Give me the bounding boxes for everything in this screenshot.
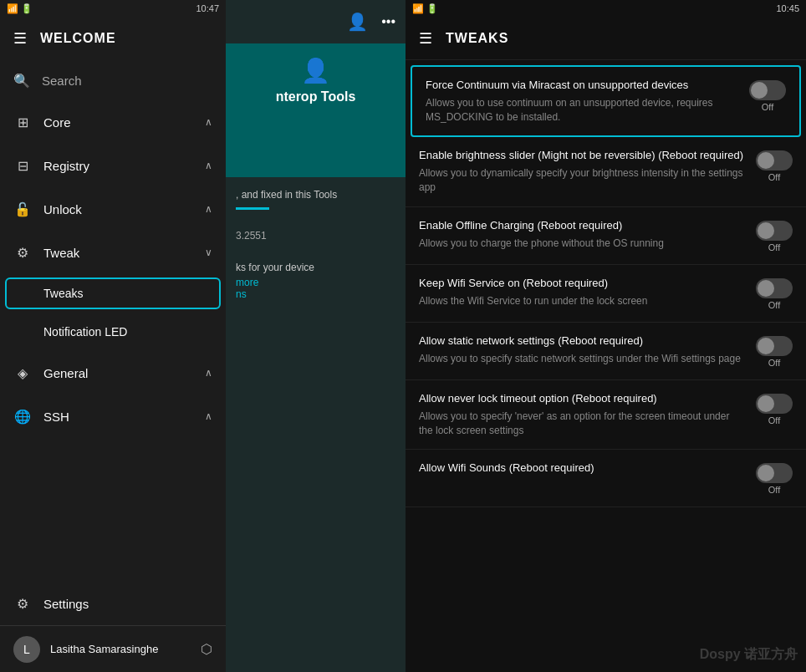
promo-text: ks for your device [236, 262, 395, 273]
banner-icon: 👤 [301, 57, 330, 84]
toggle-label-offline-charging: Off [768, 242, 780, 252]
middle-panel: 👤 ••• 👤 nterop Tools , and fixed in this… [226, 0, 406, 672]
tweak-desc-brightness: Allows you to dynamically specify your b… [419, 166, 746, 195]
toggle-offline-charging[interactable] [756, 221, 793, 241]
bottom-section: ⚙ Settings L Lasitha Samarasinghe ⬡ [0, 582, 226, 672]
middle-header: 👤 ••• [226, 0, 406, 43]
toggle-force-continuum[interactable] [749, 80, 786, 100]
right-header: ☰ TWEAKS [406, 17, 806, 60]
tweak-title-wifi-service: Keep Wifi Service on (Reboot required) [419, 277, 746, 291]
toggle-label-wifi-service: Off [768, 300, 780, 310]
version-text: 3.2551 [236, 230, 395, 242]
registry-chevron: ∧ [205, 160, 212, 171]
toggle-label-force-continuum: Off [762, 102, 773, 112]
tweak-info-offline-charging: Enable Offline Charging (Reboot required… [419, 219, 746, 251]
user-row[interactable]: L Lasitha Samarasinghe ⬡ [0, 625, 226, 672]
tweak-info-wifi-sounds: Allow Wifi Sounds (Reboot required) [419, 461, 746, 479]
toggle-container-wifi-sounds: Off [756, 463, 793, 495]
left-status-bar: 📶 🔋 10:47 [0, 0, 226, 17]
tweak-title-never-lock: Allow never lock timeout option (Reboot … [419, 392, 746, 406]
tweak-info-wifi-service: Keep Wifi Service on (Reboot required) A… [419, 277, 746, 308]
search-label: Search [42, 74, 82, 88]
toggle-container-force-continuum: Off [749, 80, 786, 112]
middle-more-icon[interactable]: ••• [381, 14, 395, 29]
toggle-container-brightness: Off [756, 150, 793, 182]
right-status-bar: 📶 🔋 10:45 [406, 0, 806, 17]
banner-title: nterop Tools [276, 89, 356, 104]
user-initials: L [23, 643, 30, 656]
sidebar-item-registry[interactable]: ⊟ Registry ∧ [0, 144, 226, 187]
tweak-item-wifi-service: Keep Wifi Service on (Reboot required) A… [406, 265, 806, 323]
toggle-never-lock[interactable] [756, 394, 793, 414]
sidebar-item-ssh[interactable]: 🌐 SSH ∧ [0, 395, 226, 438]
tweaks-highlight-border [5, 277, 221, 309]
right-status-icons: 📶 🔋 [412, 3, 438, 14]
middle-person-icon[interactable]: 👤 [347, 12, 368, 32]
hamburger-icon[interactable]: ☰ [13, 29, 27, 48]
tweak-desc-never-lock: Allows you to specify 'never' as an opti… [419, 410, 746, 438]
tweak-item-static-network: Allow static network settings (Reboot re… [406, 323, 806, 380]
left-status-icons: 📶 🔋 [7, 3, 33, 14]
highlight-bar [236, 207, 269, 210]
banner-area: 👤 nterop Tools [226, 43, 406, 177]
ssh-icon: 🌐 [13, 409, 32, 425]
sidebar-item-core[interactable]: ⊞ Core ∧ [0, 100, 226, 144]
toggle-container-never-lock: Off [756, 394, 793, 425]
registry-icon: ⊟ [13, 158, 32, 174]
core-icon: ⊞ [13, 115, 32, 130]
notification-led-label: Notification LED [43, 325, 127, 339]
settings-icon: ⚙ [13, 596, 32, 612]
tweak-icon: ⚙ [13, 245, 32, 261]
toggle-label-brightness: Off [768, 172, 780, 182]
toggle-label-wifi-sounds: Off [768, 485, 780, 495]
promo-link[interactable]: more ns [236, 277, 395, 300]
settings-label: Settings [43, 597, 212, 611]
user-avatar: L [13, 636, 40, 663]
toggle-container-static-network: Off [756, 336, 793, 368]
toggle-brightness[interactable] [756, 150, 793, 171]
tweak-info-never-lock: Allow never lock timeout option (Reboot … [419, 392, 746, 437]
general-chevron: ∧ [205, 367, 212, 379]
user-share-icon[interactable]: ⬡ [201, 641, 212, 657]
right-hamburger-icon[interactable]: ☰ [419, 29, 432, 48]
tweak-title-wifi-sounds: Allow Wifi Sounds (Reboot required) [419, 461, 746, 476]
unlock-chevron: ∧ [205, 203, 212, 215]
search-row[interactable]: 🔍 Search [0, 60, 226, 100]
sidebar-item-settings[interactable]: ⚙ Settings [0, 582, 226, 625]
sidebar-item-unlock[interactable]: 🔓 Unlock ∧ [0, 187, 226, 231]
ssh-label: SSH [43, 410, 205, 424]
core-chevron: ∧ [205, 116, 212, 128]
tweak-chevron: ∨ [205, 247, 212, 258]
core-label: Core [43, 115, 205, 130]
tweak-item-offline-charging: Enable Offline Charging (Reboot required… [406, 207, 806, 265]
tweak-info-brightness: Enable brightness slider (Might not be r… [419, 149, 746, 194]
toggle-wifi-sounds[interactable] [756, 463, 793, 483]
tweak-title-force-continuum: Force Continuum via Miracast on unsuppor… [426, 79, 739, 93]
sidebar-item-general[interactable]: ◈ General ∧ [0, 351, 226, 395]
right-panel: 📶 🔋 10:45 ☰ TWEAKS Force Continuum via M… [406, 0, 806, 672]
toggle-wifi-service[interactable] [756, 278, 793, 298]
toggle-label-never-lock: Off [768, 415, 780, 425]
tweak-title-static-network: Allow static network settings (Reboot re… [419, 334, 746, 349]
ssh-chevron: ∧ [205, 410, 212, 422]
app-title: WELCOME [40, 31, 116, 46]
general-icon: ◈ [13, 365, 32, 381]
tweak-desc-force-continuum: Allows you to use continuum on an unsupp… [426, 96, 739, 125]
toggle-container-wifi-service: Off [756, 278, 793, 310]
middle-promo: ks for your device more ns [226, 252, 406, 310]
left-header: ☰ WELCOME [0, 17, 226, 60]
registry-label: Registry [43, 159, 205, 173]
tweak-title-brightness: Enable brightness slider (Might not be r… [419, 149, 746, 163]
right-title: TWEAKS [446, 31, 508, 46]
sidebar-item-tweak[interactable]: ⚙ Tweak ∨ [0, 231, 226, 274]
general-label: General [43, 366, 205, 380]
middle-version: 3.2551 [226, 220, 406, 252]
middle-body-text: , and fixed in this Tools [236, 187, 395, 202]
unlock-label: Unlock [43, 202, 205, 216]
toggle-static-network[interactable] [756, 336, 793, 356]
tweaks-label: Tweaks [43, 287, 83, 300]
sidebar-subitem-notification-led[interactable]: Notification LED [0, 313, 226, 351]
tweak-item-wifi-sounds: Allow Wifi Sounds (Reboot required) Off [406, 450, 806, 507]
tweak-item-brightness: Enable brightness slider (Might not be r… [406, 137, 806, 206]
sidebar-subitem-tweaks[interactable]: Tweaks [0, 274, 226, 313]
